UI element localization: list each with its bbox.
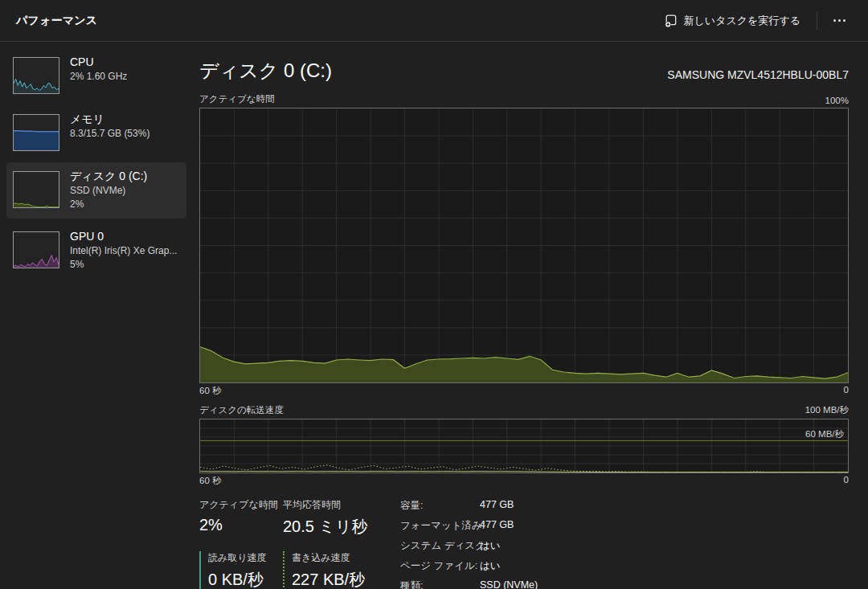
sidebar-thumbnail-chart: [13, 114, 59, 151]
more-options-button[interactable]: [824, 11, 855, 30]
detail-label: ページ ファイル:: [400, 559, 478, 573]
detail-value: 477 GB: [480, 519, 538, 533]
transfer-rate-chart[interactable]: 60 MB/秒: [199, 419, 849, 473]
detail-value: 477 GB: [480, 499, 538, 513]
sidebar-item-gpu0[interactable]: GPU 0 Intel(R) Iris(R) Xe Grap... 5%: [6, 223, 186, 279]
disk-stats: アクティブな時間 2% 平均応答時間 20.5 ミリ秒 読み取り速度 0 KB/…: [199, 498, 849, 589]
header-actions: 新しいタスクを実行する: [654, 8, 855, 34]
transfer-x-left: 60 秒: [199, 475, 222, 487]
performance-sidebar: CPU 2% 1.60 GHz メモリ 8.3/15.7 GB (53%) ディ…: [0, 42, 193, 589]
detail-label: システム ディスク:: [400, 539, 478, 553]
sidebar-item-subtitle: SSD (NVMe): [70, 184, 147, 198]
page-title: パフォーマンス: [16, 14, 97, 28]
sidebar-item-subtitle: Intel(R) Iris(R) Xe Grap...: [70, 244, 177, 258]
sidebar-item-disk0[interactable]: ディスク 0 (C:) SSD (NVMe) 2%: [6, 162, 186, 219]
sidebar-thumbnail-chart: [13, 231, 59, 268]
transfer-x-right: 0: [844, 475, 849, 487]
write-speed-metric: 書き込み速度 227 KB/秒: [283, 551, 400, 589]
more-options-icon: [833, 19, 836, 22]
response-time-metric: 平均応答時間 20.5 ミリ秒: [283, 498, 400, 541]
read-speed-metric: 読み取り速度 0 KB/秒: [199, 551, 283, 589]
detail-value: はい: [480, 539, 538, 553]
panel-title: ディスク 0 (C:): [199, 58, 332, 84]
transfer-marker-label: 60 MB/秒: [805, 428, 844, 440]
new-task-icon: [664, 14, 677, 27]
detail-value: SSD (NVMe): [480, 579, 538, 589]
detail-label: 種類:: [400, 579, 478, 589]
detail-value: はい: [480, 559, 538, 573]
sidebar-item-subtitle2: 5%: [70, 258, 177, 272]
sidebar-item-memory[interactable]: メモリ 8.3/15.7 GB (53%): [6, 105, 186, 158]
sidebar-item-title: ディスク 0 (C:): [70, 170, 147, 184]
active-time-chart-label: アクティブな時間: [199, 93, 275, 105]
sidebar-item-subtitle: 8.3/15.7 GB (53%): [70, 127, 149, 141]
transfer-chart-label: ディスクの転送速度: [199, 404, 284, 416]
sidebar-item-subtitle: 2% 1.60 GHz: [70, 70, 127, 84]
transfer-ymax-label: 100 MB/秒: [805, 404, 849, 416]
sidebar-item-subtitle2: 2%: [70, 198, 147, 211]
active-time-x-left: 60 秒: [199, 385, 222, 397]
detail-label: フォーマット済み:: [400, 519, 478, 533]
sidebar-item-title: GPU 0: [70, 230, 177, 244]
sidebar-item-cpu[interactable]: CPU 2% 1.60 GHz: [6, 48, 186, 101]
detail-label: 容量:: [400, 499, 478, 513]
sidebar-thumbnail-chart: [13, 171, 59, 208]
content: CPU 2% 1.60 GHz メモリ 8.3/15.7 GB (53%) ディ…: [0, 42, 868, 589]
disk-performance-panel: ディスク 0 (C:) SAMSUNG MZVL4512HBLU-00BL7 ア…: [193, 42, 868, 589]
header: パフォーマンス 新しいタスクを実行する: [0, 0, 868, 42]
active-time-x-right: 0: [844, 385, 849, 397]
run-new-task-button[interactable]: 新しいタスクを実行する: [654, 8, 810, 34]
sidebar-item-title: メモリ: [70, 112, 149, 127]
device-name: SAMSUNG MZVL4512HBLU-00BL7: [667, 68, 849, 84]
run-new-task-label: 新しいタスクを実行する: [684, 14, 800, 28]
disk-details: 容量: 477 GB フォーマット済み: 477 GB システム ディスク: は…: [400, 499, 538, 589]
active-time-ymax-label: 100%: [825, 96, 849, 105]
sidebar-item-title: CPU: [70, 55, 127, 70]
sidebar-thumbnail-chart: [13, 57, 59, 94]
header-separator: [817, 12, 817, 30]
active-time-chart[interactable]: [199, 108, 849, 383]
active-time-metric: アクティブな時間 2%: [199, 498, 283, 541]
